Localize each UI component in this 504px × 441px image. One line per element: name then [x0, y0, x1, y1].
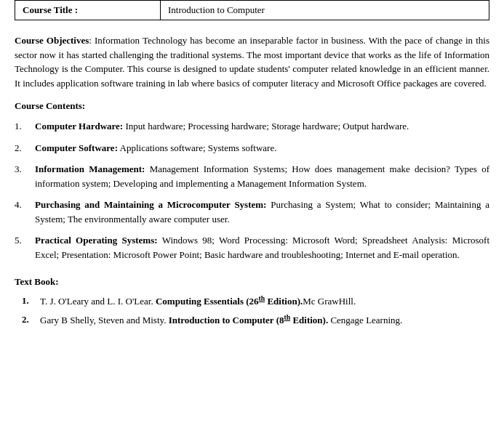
tb-item-number: 2. — [22, 312, 40, 328]
item-content: Computer Software: Applications software… — [35, 141, 489, 155]
course-contents-section: Course Contents: 1. Computer Hardware: I… — [15, 100, 489, 262]
tb-bold: Computing Essentials (26th Edition). — [156, 296, 303, 307]
item-content: Practical Operating Systems: Windows 98;… — [35, 233, 489, 262]
list-item: 2. Computer Software: Applications softw… — [15, 141, 489, 155]
list-item: 4. Purchasing and Maintaining a Microcom… — [15, 198, 489, 226]
tb-item-content: Gary B Shelly, Steven and Misty. Introdu… — [40, 312, 489, 328]
course-items-list: 1. Computer Hardware: Input hardware; Pr… — [15, 119, 489, 262]
item-number: 3. — [15, 162, 35, 190]
item-number: 4. — [15, 198, 35, 226]
textbook-section: Text Book: 1. T. J. O'Leary and L. I. O'… — [15, 276, 489, 328]
page-wrapper: Course Title : Introduction to Computer … — [0, 0, 504, 346]
item-bold: Practical Operating Systems: — [35, 235, 158, 246]
item-content: Information Management: Management Infor… — [35, 162, 489, 190]
item-number: 1. — [15, 119, 35, 134]
course-contents-heading: Course Contents: — [15, 100, 489, 112]
item-bold: Purchasing and Maintaining a Microcomput… — [35, 199, 266, 210]
list-item: 1. Computer Hardware: Input hardware; Pr… — [15, 119, 489, 134]
item-content: Purchasing and Maintaining a Microcomput… — [35, 198, 489, 226]
list-item: 5. Practical Operating Systems: Windows … — [15, 233, 489, 262]
tb-item-content: T. J. O'Leary and L. I. O'Lear. Computin… — [40, 294, 489, 309]
item-bold: Computer Software: — [35, 142, 118, 153]
objectives-heading: Course Objectives — [15, 35, 89, 46]
item-bold: Information Management: — [35, 163, 145, 174]
objectives-section: Course Objectives: Information Technolog… — [15, 33, 489, 90]
objectives-text: Course Objectives: Information Technolog… — [15, 33, 489, 90]
item-number: 5. — [15, 233, 35, 262]
tb-bold: Introduction to Computer (8th Edition). — [169, 315, 328, 325]
textbook-list: 1. T. J. O'Leary and L. I. O'Lear. Compu… — [15, 294, 489, 328]
item-bold: Computer Hardware: — [35, 121, 123, 132]
list-item: 1. T. J. O'Leary and L. I. O'Lear. Compu… — [22, 294, 489, 309]
course-title-label: Course Title : — [15, 1, 161, 20]
item-content: Computer Hardware: Input hardware; Proce… — [35, 119, 489, 134]
item-number: 2. — [15, 141, 35, 155]
course-title-value: Introduction to Computer — [161, 1, 489, 20]
course-title-table: Course Title : Introduction to Computer — [15, 0, 489, 20]
list-item: 3. Information Management: Management In… — [15, 162, 489, 190]
textbook-heading: Text Book: — [15, 276, 489, 288]
list-item: 2. Gary B Shelly, Steven and Misty. Intr… — [22, 312, 489, 328]
tb-item-number: 1. — [22, 294, 40, 309]
